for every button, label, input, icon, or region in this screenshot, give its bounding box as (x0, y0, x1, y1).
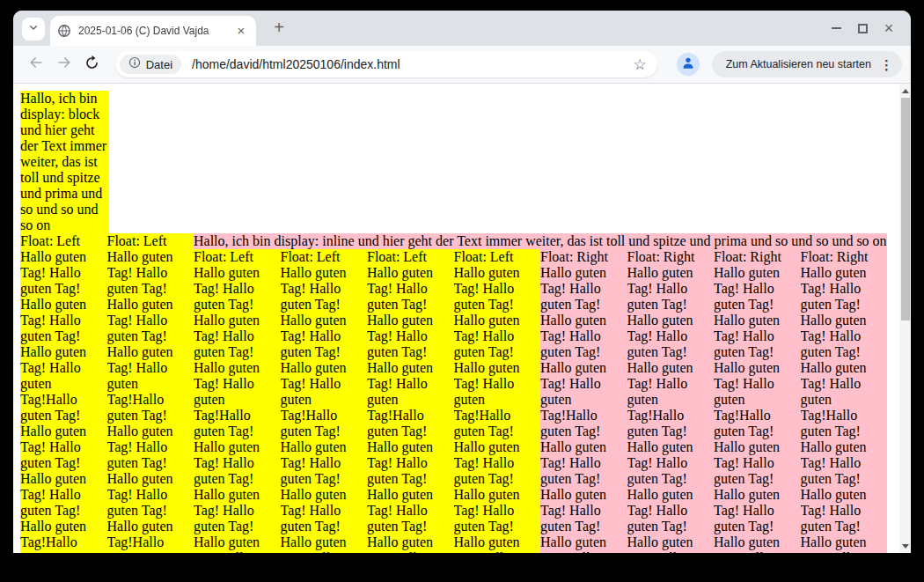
float-right-box: Float: Right Hallo guten Tag! Hallo gute… (714, 249, 801, 553)
triangle-down-icon (902, 544, 909, 549)
globe-favicon-icon (57, 24, 71, 38)
triangle-up-icon (902, 89, 909, 93)
page-content: Hallo, ich bin display: block und hier g… (13, 84, 899, 553)
bookmark-star-icon[interactable]: ☆ (633, 57, 646, 72)
float-left-box: Float: Left Hallo guten Tag! Hallo guten… (107, 233, 194, 553)
float-area: Hallo, ich bin display: inline und hier … (20, 233, 892, 553)
address-bar[interactable]: Datei /home/david/html20250106/index.htm… (115, 51, 657, 77)
inline-display-text: Hallo, ich bin display: inline und hier … (194, 233, 887, 249)
close-button[interactable]: × (876, 11, 902, 46)
scrollbar-thumb[interactable] (901, 98, 910, 320)
float-right-box: Float: Right Hallo guten Tag! Hallo gute… (540, 249, 627, 553)
update-restart-button[interactable]: Zum Aktualisieren neu starten ⋮ (712, 51, 902, 77)
maximize-button[interactable] (849, 11, 876, 46)
reload-button[interactable] (78, 50, 106, 78)
profile-avatar[interactable] (677, 53, 700, 76)
browser-window: 2025-01-06 (C) David Vajda × + × (13, 11, 911, 553)
window-controls: × (823, 11, 902, 46)
display-block-box: Hallo, ich bin display: block und hier g… (20, 91, 109, 233)
float-right-box: Float: Right Hallo guten Tag! Hallo gute… (801, 249, 888, 553)
desktop-background: 2025-01-06 (C) David Vajda × + × (0, 0, 924, 582)
browser-toolbar: Datei /home/david/html20250106/index.htm… (13, 46, 911, 84)
maximize-icon (858, 24, 868, 33)
scrollbar-down-button[interactable] (899, 540, 911, 552)
float-left-box: Float: Left Hallo guten Tag! Hallo guten… (367, 249, 454, 553)
file-chip-label: Datei (146, 58, 172, 71)
tab-title: 2025-01-06 (C) David Vajda (78, 25, 233, 37)
float-left-box: Float: Left Hallo guten Tag! Hallo guten… (20, 233, 107, 553)
float-right-box: Float: Right Hallo guten Tag! Hallo gute… (627, 249, 715, 553)
person-icon (681, 55, 695, 73)
minimize-icon (832, 27, 841, 29)
float-left-box: Float: Left Hallo guten Tag! Hallo guten… (281, 249, 368, 553)
close-icon: × (884, 20, 894, 36)
chevron-down-icon (26, 20, 40, 38)
update-restart-label: Zum Aktualisieren neu starten (726, 58, 871, 70)
scrollbar-up-button[interactable] (899, 85, 911, 97)
back-button[interactable] (22, 50, 50, 78)
forward-button[interactable] (50, 50, 78, 78)
menu-kebab-icon[interactable]: ⋮ (878, 58, 895, 71)
browser-tab[interactable]: 2025-01-06 (C) David Vajda × (50, 16, 256, 46)
site-info-chip[interactable]: Datei (120, 55, 181, 74)
url-text[interactable]: /home/david/html20250106/index.html (192, 57, 633, 71)
back-arrow-icon (27, 54, 45, 75)
forward-arrow-icon (55, 54, 73, 75)
minimize-button[interactable] (823, 11, 849, 46)
tab-search-button[interactable] (22, 18, 45, 41)
float-left-box: Float: Left Hallo guten Tag! Hallo guten… (194, 249, 281, 553)
float-left-box: Float: Left Hallo guten Tag! Hallo guten… (454, 249, 541, 553)
tab-close-icon[interactable]: × (233, 23, 249, 39)
page-viewport: Hallo, ich bin display: block und hier g… (13, 84, 911, 553)
info-icon (128, 56, 141, 72)
tab-strip: 2025-01-06 (C) David Vajda × + × (13, 11, 911, 46)
reload-icon (84, 55, 100, 75)
vertical-scrollbar[interactable] (899, 84, 911, 553)
new-tab-button[interactable]: + (268, 18, 290, 39)
